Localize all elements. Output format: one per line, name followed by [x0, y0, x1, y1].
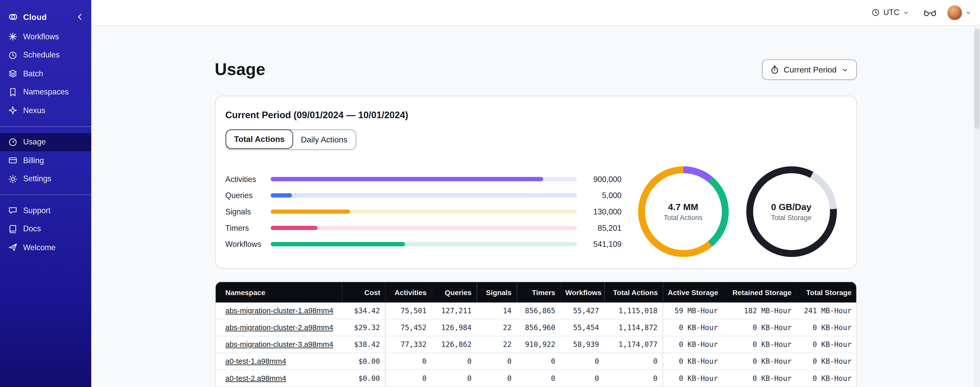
brand-label: Cloud — [23, 12, 47, 22]
docs-icon — [8, 224, 18, 234]
sidebar-item-support[interactable]: Support — [0, 201, 91, 220]
sidebar-item-docs[interactable]: Docs — [0, 220, 91, 238]
sidebar-divider — [0, 126, 91, 126]
value-cell: 0 — [476, 370, 517, 387]
value-cell: 0 — [385, 370, 431, 387]
usage-table: NamespaceCostActivitiesQueriesSignalsTim… — [215, 282, 856, 387]
scrollbar-thumb[interactable] — [974, 29, 980, 129]
value-cell: 22 — [476, 319, 517, 336]
value-cell: 0 KB-Hour — [797, 370, 856, 387]
namespace-link[interactable]: a0-test-1.a98mm4 — [225, 357, 286, 366]
bar-fill — [270, 242, 405, 246]
bar-category-label: Queries — [225, 191, 270, 200]
bar-value-label: 5,000 — [576, 191, 621, 200]
value-cell: 14 — [476, 302, 517, 319]
bar-row-queries: Queries5,000 — [225, 187, 621, 204]
column-header-total-storage: Total Storage — [797, 282, 856, 303]
bar-category-label: Workflows — [225, 240, 270, 248]
glasses-icon[interactable] — [923, 7, 937, 18]
namespace-link[interactable]: a0-test-2.a98mm4 — [225, 374, 286, 383]
value-cell: $0.00 — [342, 370, 385, 387]
sidebar-item-welcome[interactable]: Welcome — [0, 238, 91, 257]
column-header-workflows: Workflows — [560, 282, 604, 303]
value-cell: 0 — [385, 353, 431, 370]
column-header-total-actions: Total Actions — [604, 282, 663, 303]
schedules-icon — [8, 51, 18, 60]
value-cell: 0 — [604, 353, 663, 370]
value-cell: 0 — [560, 353, 604, 370]
column-header-queries: Queries — [431, 282, 476, 303]
value-cell: 126,862 — [431, 336, 476, 353]
sidebar-item-namespaces[interactable]: Namespaces — [0, 83, 91, 101]
value-cell: 241 MB-Hour — [797, 302, 856, 319]
sidebar-item-schedules[interactable]: Schedules — [0, 46, 91, 64]
bar-value-label: 130,000 — [576, 207, 621, 216]
value-cell: $0.00 — [342, 353, 385, 370]
sidebar-item-batch[interactable]: Batch — [0, 64, 91, 83]
value-cell: 1,114,872 — [604, 319, 663, 336]
sidebar-item-label: Support — [23, 206, 51, 215]
bar-value-label: 85,201 — [576, 224, 621, 232]
scrollbar[interactable] — [974, 25, 980, 387]
bar-track — [270, 209, 577, 214]
value-cell: 59 MB-Hour — [663, 302, 722, 319]
sidebar-item-usage[interactable]: Usage — [0, 133, 91, 151]
value-cell: 0 — [517, 353, 560, 370]
namespace-cell: abs-migration-cluster-1.a98mm4 — [215, 302, 342, 319]
main-area: UTC Usage Current Period — [91, 0, 980, 387]
usage-charts: Activities900,000Queries5,000Signals130,… — [225, 166, 846, 257]
sidebar-item-label: Schedules — [23, 51, 60, 59]
bar-fill — [270, 209, 350, 214]
sidebar-item-billing[interactable]: Billing — [0, 151, 91, 170]
table-row: a0-test-1.a98mm4$0.000000000 KB-Hour0 KB… — [215, 353, 856, 370]
chevron-down-icon — [841, 66, 848, 73]
sidebar-collapse-button[interactable] — [75, 12, 85, 22]
current-period-card: Current Period (09/01/2024 — 10/01/2024)… — [215, 96, 856, 269]
sidebar-item-label: Settings — [23, 174, 51, 183]
sidebar-item-nexus[interactable]: Nexus — [0, 101, 91, 120]
billing-icon — [8, 156, 18, 165]
bar-track — [270, 193, 577, 198]
value-cell: 58,939 — [560, 336, 604, 353]
table-row: abs-migration-cluster-1.a98mm4$34.4275,5… — [215, 302, 856, 319]
period-selector-button[interactable]: Current Period — [762, 59, 856, 80]
chevron-down-icon — [965, 9, 972, 16]
timezone-selector[interactable]: UTC — [871, 8, 909, 17]
tab-total-actions[interactable]: Total Actions — [225, 130, 293, 149]
total-storage-donut: 0 GB/Day Total Storage — [746, 166, 837, 257]
value-cell: 55,427 — [560, 302, 604, 319]
value-cell: 22 — [476, 336, 517, 353]
table-row: a0-test-2.a98mm4$0.000000000 KB-Hour0 KB… — [215, 370, 856, 387]
column-header-timers: Timers — [517, 282, 560, 303]
total-storage-value: 0 GB/Day — [771, 202, 811, 212]
bar-category-label: Activities — [225, 175, 270, 184]
card-title: Current Period (09/01/2024 — 10/01/2024) — [225, 109, 846, 121]
namespace-link[interactable]: abs-migration-cluster-3.a98mm4 — [225, 340, 333, 349]
value-cell: 0 KB-Hour — [663, 370, 722, 387]
tab-daily-actions[interactable]: Daily Actions — [293, 130, 356, 149]
value-cell: 856,960 — [517, 319, 560, 336]
content: Usage Current Period Current Period (09/… — [215, 59, 856, 387]
batch-icon — [8, 69, 18, 78]
value-cell: $29.32 — [342, 319, 385, 336]
donut-center: 4.7 MM Total Actions — [638, 166, 728, 257]
total-actions-label: Total Actions — [664, 214, 702, 221]
value-cell: 0 — [476, 353, 517, 370]
page-header: Usage Current Period — [215, 59, 856, 80]
column-header-cost: Cost — [342, 282, 385, 303]
namespace-link[interactable]: abs-migration-cluster-2.a98mm4 — [225, 323, 333, 332]
column-header-active-storage: Active Storage — [663, 282, 722, 303]
value-cell: 0 KB-Hour — [723, 353, 797, 370]
sidebar-item-workflows[interactable]: Workflows — [0, 27, 91, 46]
topbar: UTC — [91, 0, 980, 26]
user-menu[interactable] — [947, 5, 972, 20]
sidebar-nav: WorkflowsSchedulesBatchNamespacesNexusUs… — [0, 27, 91, 257]
namespace-link[interactable]: abs-migration-cluster-1.a98mm4 — [225, 306, 333, 315]
sidebar: Cloud WorkflowsSchedulesBatchNamespacesN… — [0, 0, 91, 387]
support-icon — [8, 206, 18, 215]
bar-fill — [270, 193, 292, 198]
value-cell: 0 — [604, 370, 663, 387]
sidebar-item-settings[interactable]: Settings — [0, 170, 91, 188]
actions-bar-chart: Activities900,000Queries5,000Signals130,… — [225, 171, 621, 252]
namespace-cell: a0-test-2.a98mm4 — [215, 370, 342, 387]
